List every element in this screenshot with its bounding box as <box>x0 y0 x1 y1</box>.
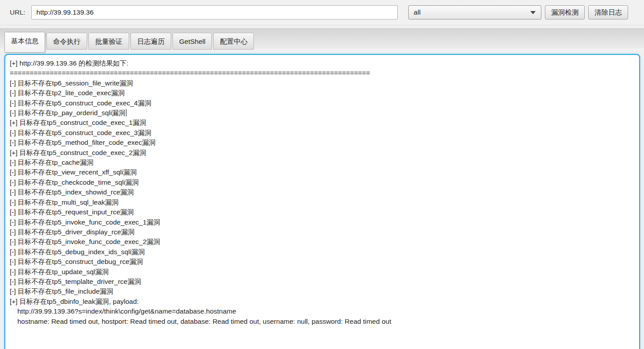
toolbar: URL: all 漏洞检测 清除日志 <box>0 0 644 25</box>
output-line: [-] 目标不存在tp_update_sql漏洞 <box>10 267 633 277</box>
output-line: [+] 目标存在tp5_construct_code_exec_2漏洞 <box>10 148 633 158</box>
text-caret <box>126 109 127 116</box>
output-line: [-] 目标不存在tp_multi_sql_leak漏洞 <box>10 198 633 207</box>
output-line: [-] 目标不存在tp5_method_filter_code_exec漏洞 <box>10 138 633 147</box>
output-line: [+] 目标存在tp5_dbinfo_leak漏洞, payload: <box>10 297 633 306</box>
tab-batch-verify[interactable]: 批量验证 <box>88 33 129 50</box>
tab-getshell[interactable]: GetShell <box>172 33 212 50</box>
output-line: [-] 目标不存在tp6_session_file_write漏洞 <box>10 78 633 88</box>
output-line: [-] 目标不存在tp5_index_showid_rce漏洞 <box>10 187 633 197</box>
tab-config-center[interactable]: 配置中心 <box>213 33 254 50</box>
output-line: http://39.99.139.36?s=index/think\config… <box>10 306 633 316</box>
output-line: hostname: Read timed out, hostport: Read… <box>10 317 633 326</box>
tab-bar: 基本信息 命令执行 批量验证 日志遍历 GetShell 配置中心 <box>4 29 255 50</box>
output-line: [-] 目标不存在tp2_lite_code_exec漏洞 <box>10 88 633 98</box>
chevron-down-icon <box>530 11 536 14</box>
output-line: [-] 目标不存在tp5_debug_index_ids_sqli漏洞 <box>10 247 633 257</box>
scan-button[interactable]: 漏洞检测 <box>545 5 585 19</box>
output-line: [-] 目标不存在tp_checkcode_time_sqli漏洞 <box>10 178 633 187</box>
output-line: [-] 目标不存在tp_cache漏洞 <box>10 158 633 167</box>
output-line: [-] 目标不存在tp_view_recent_xff_sqli漏洞 <box>10 167 633 177</box>
scan-output[interactable]: [+] http://39.99.139.36 的检测结果如下:========… <box>4 54 640 349</box>
output-line: [-] 目标不存在tp5_construct_code_exec_4漏洞 <box>10 98 633 108</box>
vuln-filter-select[interactable]: all <box>408 5 541 19</box>
url-label: URL: <box>10 8 25 16</box>
output-line: [-] 目标不存在tp5_construct_code_exec_3漏洞 <box>10 128 633 138</box>
output-line: [+] 目标存在tp5_construct_code_exec_1漏洞 <box>10 118 633 128</box>
vuln-filter-selected-value: all <box>414 8 421 16</box>
output-line: ========================================… <box>10 68 633 78</box>
output-line: [-] 目标不存在tp5_invoke_func_code_exec_1漏洞 <box>10 217 633 227</box>
app-window: URL: all 漏洞检测 清除日志 基本信息 命令执行 批量验证 日志遍历 G… <box>0 0 644 349</box>
output-line: [-] 目标不存在tp5_construct_debug_rce漏洞 <box>10 257 633 267</box>
output-line: [+] http://39.99.139.36 的检测结果如下: <box>10 58 633 68</box>
output-line: [-] 目标不存在tp5_driver_display_rce漏洞 <box>10 227 633 237</box>
output-line: [-] 目标不存在tp5_invoke_func_code_exec_2漏洞 <box>10 237 633 247</box>
tab-log-traversal[interactable]: 日志遍历 <box>130 33 171 50</box>
tab-basic-info[interactable]: 基本信息 <box>4 32 45 53</box>
tab-command-exec[interactable]: 命令执行 <box>46 33 87 50</box>
output-line: [-] 目标不存在tp_pay_orderid_sqli漏洞 <box>10 108 633 118</box>
output-line: [-] 目标不存在tp5_file_include漏洞 <box>10 287 633 296</box>
output-line: [-] 目标不存在tp5_request_input_rce漏洞 <box>10 207 633 217</box>
tab-strip: 基本信息 命令执行 批量验证 日志遍历 GetShell 配置中心 <box>0 28 644 49</box>
url-input[interactable] <box>31 5 398 19</box>
output-line: [-] 目标不存在tp5_templalte_driver_rce漏洞 <box>10 277 633 287</box>
clear-log-button[interactable]: 清除日志 <box>588 5 628 19</box>
